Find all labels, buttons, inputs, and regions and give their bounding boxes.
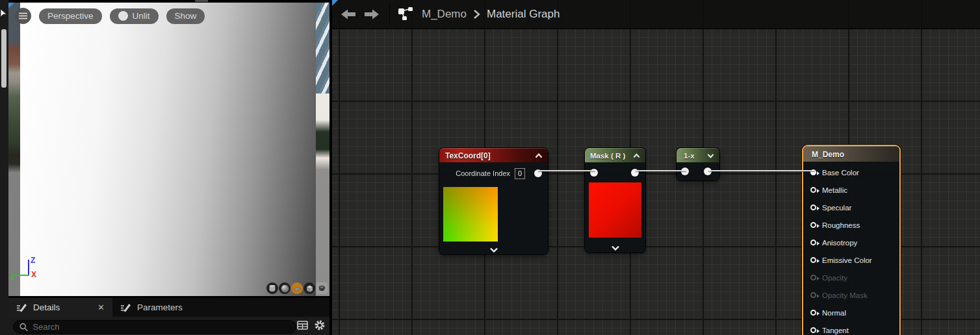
preview-plane-mesh <box>20 3 316 296</box>
perspective-label: Perspective <box>47 11 94 21</box>
forward-arrow-icon <box>365 9 379 19</box>
window-edge-notch <box>195 0 208 2</box>
pin-row-anisotropy[interactable]: Anisotropy <box>803 234 899 251</box>
pin-label: Tangent <box>822 327 849 334</box>
collapse-down-icon[interactable] <box>707 153 714 158</box>
collapse-up-icon[interactable] <box>535 153 543 158</box>
node-output-header[interactable]: M_Demo <box>803 146 899 162</box>
back-button[interactable] <box>341 9 355 19</box>
tab-details[interactable]: Details ✕ <box>8 298 112 317</box>
plane-icon <box>292 284 302 293</box>
left-dock-rail <box>0 0 8 335</box>
node-oneminus-header[interactable]: 1-x <box>677 148 719 162</box>
z-axis-label: Z <box>31 256 35 265</box>
pin-row-opacity: Opacity <box>803 269 899 286</box>
perspective-button[interactable]: Perspective <box>39 8 102 24</box>
y-axis-arrowhead: ⤓ <box>11 272 14 281</box>
viewport-menu-button[interactable] <box>15 8 31 24</box>
tab-close-icon[interactable]: ✕ <box>97 303 105 312</box>
tab-parameters-label: Parameters <box>137 303 183 312</box>
mask-preview-thumbnail <box>589 182 641 238</box>
node-texcoord[interactable]: TexCoord[0] Coordinate Index 0 <box>439 148 548 254</box>
breadcrumb-page: Material Graph <box>487 8 560 21</box>
view-mode-button[interactable]: Unlit <box>110 8 159 24</box>
pin-row-roughness[interactable]: Roughness <box>803 216 899 234</box>
rail-scrollbar-thumb[interactable] <box>1 29 6 88</box>
show-button[interactable]: Show <box>166 8 205 24</box>
pin-row-metallic[interactable]: Metallic <box>803 181 899 199</box>
axis-gizmo: ⤓ Z X <box>12 256 51 285</box>
uv-preview-thumbnail <box>443 187 498 242</box>
details-icon <box>16 303 27 312</box>
pin-label: Metallic <box>822 186 847 194</box>
coordinate-index-row: Coordinate Index 0 <box>439 165 548 182</box>
search-input[interactable] <box>32 322 290 332</box>
pin-label: Emissive Color <box>822 256 872 264</box>
details-panel-icons <box>297 319 326 331</box>
sphere-icon <box>281 284 289 293</box>
hamburger-icon <box>19 12 27 19</box>
y-axis-line <box>14 275 29 276</box>
expand-down-icon[interactable] <box>611 245 619 251</box>
gear-icon[interactable] <box>314 319 326 331</box>
node-mask-header[interactable]: Mask ( R ) <box>585 148 645 162</box>
active-panel-corner-marker <box>332 0 338 6</box>
shape-cylinder-button[interactable] <box>266 282 278 294</box>
pin-row-base-color[interactable]: Base Color <box>803 164 899 181</box>
x-axis-label: X <box>31 270 36 279</box>
mask-pin-row <box>585 165 645 180</box>
opacity-mask-pin <box>810 292 816 298</box>
search-box[interactable] <box>13 320 296 334</box>
metallic-pin[interactable] <box>810 187 816 193</box>
graph-toolbar: M_Demo Material Graph <box>332 0 980 29</box>
opacity-pin <box>810 275 816 280</box>
pin-row-normal[interactable]: Normal <box>803 304 899 321</box>
material-preview-viewport[interactable]: Perspective Unlit Show ⤓ Z X <box>8 3 329 296</box>
shape-sphere-button[interactable] <box>279 282 290 294</box>
breadcrumb-asset[interactable]: M_Demo <box>422 8 467 21</box>
shape-custom-mesh-button[interactable] <box>316 282 328 294</box>
node-mask[interactable]: Mask ( R ) <box>585 148 645 253</box>
z-axis-line <box>28 260 29 275</box>
pin-row-emissive-color[interactable]: Emissive Color <box>803 251 899 269</box>
normal-pin[interactable] <box>810 310 816 316</box>
roughness-pin[interactable] <box>810 222 816 228</box>
specular-pin[interactable] <box>810 205 816 210</box>
node-texcoord-title: TexCoord[0] <box>445 151 491 160</box>
shape-plane-button[interactable] <box>291 282 303 294</box>
back-arrow-icon <box>341 9 355 19</box>
collapse-up-icon[interactable] <box>633 153 640 158</box>
pin-label: Opacity Mask <box>822 292 868 299</box>
tab-parameters[interactable]: Parameters <box>112 298 190 317</box>
wire-texcoord-to-mask <box>538 170 595 171</box>
active-panel-corner-marker <box>8 3 14 8</box>
tangent-pin[interactable] <box>810 327 816 333</box>
node-oneminus[interactable]: 1-x <box>677 148 719 180</box>
graph-icon <box>398 6 414 22</box>
anisotropy-pin[interactable] <box>810 240 816 245</box>
shape-cube-button[interactable] <box>303 282 315 294</box>
node-oneminus-title: 1-x <box>684 152 695 160</box>
pin-label: Roughness <box>822 221 860 229</box>
pin-row-tangent[interactable]: Tangent <box>803 321 899 335</box>
node-texcoord-header[interactable]: TexCoord[0] <box>439 148 548 162</box>
viewport-toolbar: Perspective Unlit Show <box>15 8 205 24</box>
breadcrumb-separator-icon <box>473 9 480 19</box>
emissive-color-pin[interactable] <box>810 257 816 263</box>
oneminus-output-pin[interactable] <box>704 168 712 175</box>
table-view-icon[interactable] <box>297 320 308 330</box>
pin-row-opacity-mask: Opacity Mask <box>803 286 899 304</box>
show-label: Show <box>175 11 197 21</box>
forward-button[interactable] <box>365 9 379 19</box>
wire-mask-to-oneminus <box>636 170 686 171</box>
pin-row-specular[interactable]: Specular <box>803 199 899 216</box>
material-graph-canvas[interactable]: M_Demo Material Graph TexCoord[0] Coordi… <box>332 0 980 335</box>
oneminus-input-pin[interactable] <box>681 168 689 175</box>
parameters-icon <box>120 303 131 312</box>
cube-icon <box>305 284 314 293</box>
coordinate-index-field[interactable]: 0 <box>515 168 525 179</box>
pin-label: Anisotropy <box>822 239 857 247</box>
expand-down-icon[interactable] <box>489 247 498 253</box>
details-panel-body <box>8 317 329 335</box>
node-material-output[interactable]: M_Demo Base Color Metallic Specular Roug… <box>802 145 901 335</box>
